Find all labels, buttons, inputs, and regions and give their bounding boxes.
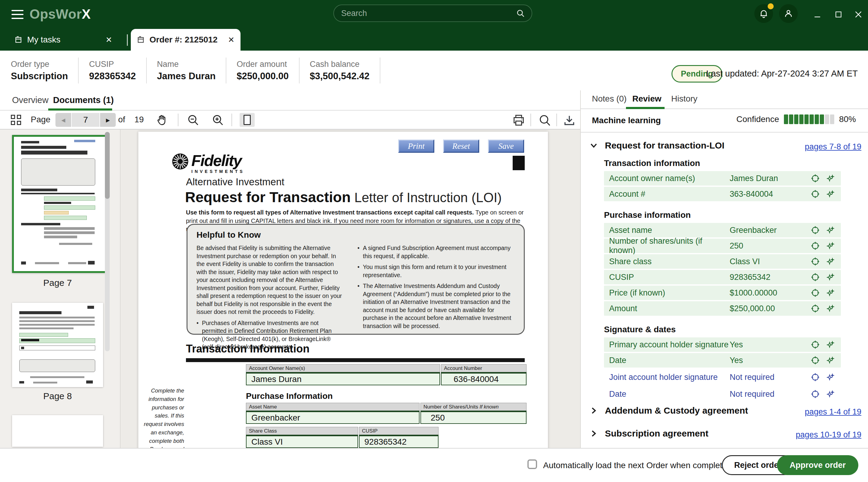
review-panel-tabs: Notes (0) Review History [581, 90, 868, 109]
document-icon [137, 36, 145, 44]
tab-notes[interactable]: Notes (0) [592, 94, 627, 104]
thumbnail-rail: Page 7 Page 8 [0, 130, 121, 448]
notifications-button[interactable] [754, 4, 773, 23]
approve-order-button[interactable]: Approve order [777, 455, 858, 475]
tab-documents[interactable]: Documents (1) [53, 95, 114, 105]
hamburger-menu-icon[interactable] [11, 10, 24, 19]
window-close-button[interactable] [851, 7, 866, 22]
pages-link-loi[interactable]: pages 7-8 of 19 [805, 142, 861, 152]
thumbnail-grid-icon[interactable] [11, 115, 22, 126]
account-number-label: Account Number [441, 364, 527, 372]
printer-icon [512, 114, 526, 127]
review-row-cusip: CUSIP928365342 [604, 270, 841, 284]
locate-icon[interactable] [811, 272, 820, 282]
helpful-to-know-box: Helpful to Know Be advised that Fidelity… [187, 224, 525, 335]
sparkle-icon[interactable] [826, 356, 835, 365]
cusip-input[interactable]: 928365342 [359, 435, 438, 448]
locate-icon[interactable] [811, 304, 820, 313]
form-print-button[interactable]: Print [398, 139, 434, 153]
sparkle-icon[interactable] [826, 241, 835, 250]
locate-icon[interactable] [811, 356, 820, 365]
window-maximize-button[interactable] [831, 7, 846, 22]
download-tool[interactable] [562, 114, 576, 127]
section-subscription-agreement[interactable]: Subscription agreement [589, 428, 708, 439]
fidelity-logo: Fidelity INVESTMENTS [172, 153, 245, 174]
pdf-toolbar: Page ◂ ▸ of 19 [0, 110, 580, 130]
locate-icon[interactable] [811, 190, 820, 198]
form-sidenote: Complete the information for purchases o… [138, 386, 184, 448]
locate-icon[interactable] [811, 257, 820, 266]
tab-my-tasks-label: My tasks [27, 35, 60, 44]
fidelity-star-icon [172, 153, 189, 170]
section-addendum-custody[interactable]: Addendum & Custody agreement [589, 406, 748, 416]
tab-history[interactable]: History [671, 94, 698, 104]
sparkle-icon[interactable] [826, 190, 835, 198]
page-7-thumbnail[interactable] [12, 135, 107, 273]
doc-subtitle: Alternative Investment [186, 176, 284, 188]
sparkle-icon[interactable] [826, 304, 835, 313]
sparkle-icon[interactable] [826, 272, 835, 282]
close-order-tab-icon[interactable]: ✕ [228, 36, 235, 44]
sparkle-icon[interactable] [826, 389, 835, 398]
account-number-input[interactable]: 636-840004 [441, 372, 527, 385]
sparkle-icon[interactable] [826, 226, 835, 235]
form-reset-button[interactable]: Reset [443, 139, 479, 153]
form-save-button[interactable]: Save [488, 139, 524, 153]
auto-load-checkbox[interactable] [527, 459, 537, 469]
pdf-form-buttons: Print Reset Save [398, 139, 524, 153]
rail-scrollbar-thumb[interactable] [105, 132, 110, 199]
print-tool[interactable] [512, 114, 526, 127]
search-input[interactable] [341, 8, 516, 19]
document-viewer: Print Reset Save Fidelity INVESTMENTS [121, 130, 580, 448]
previous-page-button[interactable]: ◂ [56, 113, 71, 127]
asset-name-input[interactable]: Greenbacker [246, 411, 420, 424]
window-minimize-button[interactable] [810, 7, 825, 22]
zoom-out-tool[interactable] [186, 114, 199, 127]
pages-link-subscription[interactable]: pages 10-19 of 19 [796, 430, 861, 440]
owner-name-input[interactable]: James Duran [246, 372, 440, 385]
locate-icon[interactable] [811, 174, 820, 183]
pages-link-addendum[interactable]: pages 1-4 of 19 [805, 407, 861, 417]
zoom-in-tool[interactable] [211, 114, 224, 127]
page-8-thumbnail[interactable] [12, 303, 103, 387]
close-my-tasks-tab-icon[interactable]: ✕ [105, 36, 112, 44]
locate-icon[interactable] [811, 389, 820, 398]
page-7-caption: Page 7 [12, 278, 103, 288]
fit-page-tool[interactable] [240, 113, 255, 127]
helpful-bullet: •A signed Fund Subscription Agreement mu… [358, 244, 514, 260]
locate-icon[interactable] [811, 226, 820, 235]
fit-page-icon [244, 115, 251, 125]
shares-input[interactable]: 250 [421, 411, 527, 424]
sparkle-icon[interactable] [826, 288, 835, 297]
doc-title: Request for Transaction Letter of Instru… [185, 189, 502, 205]
account-button[interactable] [779, 4, 798, 23]
tab-order[interactable]: Order #: 2125012 ✕ [131, 29, 241, 51]
sparkle-icon[interactable] [826, 373, 835, 382]
tab-my-tasks[interactable]: My tasks ✕ [9, 29, 118, 51]
locate-icon[interactable] [811, 373, 820, 382]
share-class-input[interactable]: Class VI [246, 435, 358, 448]
tab-overview[interactable]: Overview [12, 95, 49, 105]
sparkle-icon[interactable] [826, 174, 835, 183]
global-search[interactable] [333, 4, 532, 22]
page-9-thumbnail[interactable] [12, 415, 103, 447]
locate-icon[interactable] [811, 340, 820, 349]
chevron-right-icon [589, 406, 598, 415]
review-row-amount: Amount$250,000.00 [604, 301, 841, 316]
owner-name-label: Account Owner Name(s) [246, 364, 440, 372]
search-icon[interactable] [516, 9, 525, 18]
pan-hand-tool[interactable] [155, 114, 168, 126]
locate-icon[interactable] [811, 288, 820, 297]
locate-icon[interactable] [811, 241, 820, 250]
section-request-for-transaction[interactable]: Request for transaction-LOI [589, 140, 724, 151]
sparkle-icon[interactable] [826, 257, 835, 266]
top-bar: OpsWorX [0, 0, 868, 29]
tab-review[interactable]: Review [632, 94, 661, 104]
total-pages: 19 [134, 115, 144, 124]
tab-order-label: Order #: 2125012 [150, 35, 218, 44]
sparkle-icon[interactable] [826, 340, 835, 349]
page-number-input[interactable] [73, 115, 98, 125]
search-document-tool[interactable] [538, 114, 552, 127]
next-page-button[interactable]: ▸ [100, 113, 116, 127]
helpful-title: Helpful to Know [196, 230, 515, 240]
